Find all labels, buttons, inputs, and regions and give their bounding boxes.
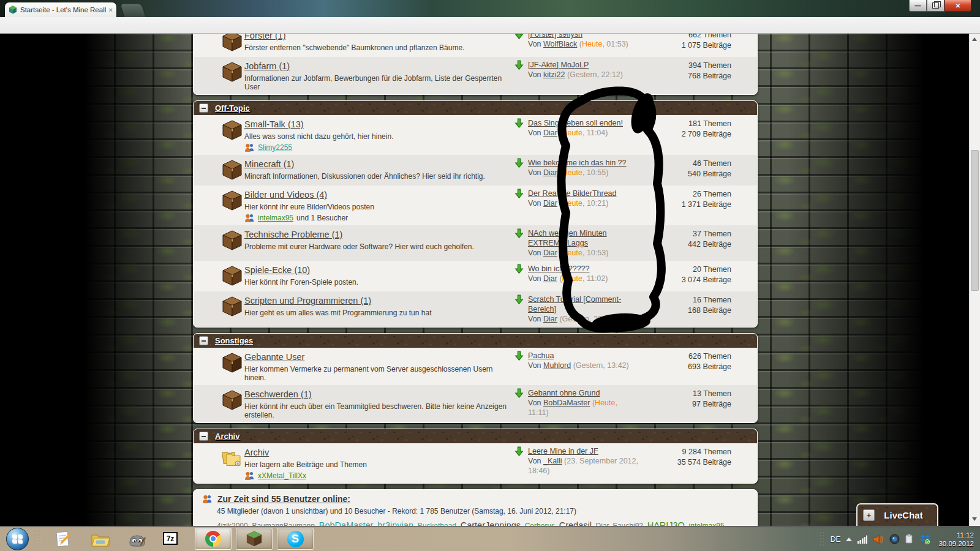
thread-link[interactable]: Das Singleleben soll enden!: [528, 119, 623, 127]
volume-icon[interactable]: [873, 534, 884, 544]
online-user-link[interactable]: Credasil: [559, 520, 592, 526]
user-link[interactable]: Diar: [543, 274, 557, 283]
thread-link[interactable]: Der RealLife BilderThread: [528, 189, 617, 198]
goto-last-post[interactable]: [514, 34, 524, 49]
last-post-by: Von Diar (Heute, 11:02): [528, 274, 638, 283]
themen-count: 626 Themen: [639, 351, 731, 362]
thread-link[interactable]: [JF-Akte] MoJoLP: [528, 61, 589, 69]
network-icon[interactable]: [858, 535, 867, 544]
forum-description: Informationen zur Jobfarm, Bewerbungen f…: [244, 74, 514, 91]
goto-last-post[interactable]: [514, 264, 524, 283]
window-restore-button[interactable]: [927, 0, 944, 12]
livechat-tab[interactable]: + LiveChat: [856, 503, 938, 526]
online-user-link[interactable]: HARIJ3O: [647, 520, 685, 526]
scrollbar-thumb[interactable]: [971, 150, 979, 291]
forum-link[interactable]: Small-Talk (13): [244, 119, 304, 129]
section-title[interactable]: Off-Topic: [215, 103, 250, 113]
forum-link[interactable]: Gebannte User: [244, 352, 304, 362]
section-title[interactable]: Sonstiges: [215, 336, 253, 345]
moderator-link[interactable]: xXMetal_TillXx: [258, 471, 306, 480]
window-minimize-button[interactable]: —: [909, 0, 927, 12]
dropbox-tray-icon[interactable]: [920, 534, 930, 544]
online-user-link[interactable]: 4izik2000: [217, 522, 248, 526]
browser-tab[interactable]: Startseite - Let's Mine Reall ×: [5, 2, 116, 17]
online-user-link[interactable]: intelmax95: [689, 522, 725, 526]
goto-last-post[interactable]: [514, 228, 524, 258]
thread-link[interactable]: [Förster] s9flysh: [528, 34, 582, 39]
explorer-folder-icon[interactable]: [91, 530, 110, 551]
forum-link[interactable]: Bilder und Videos (4): [244, 190, 327, 200]
taskbar-skype-button[interactable]: S: [277, 528, 314, 550]
webcam-tray-icon[interactable]: [889, 534, 900, 544]
taskbar-clock[interactable]: 11:12 30.09.2012: [938, 531, 974, 548]
language-indicator[interactable]: DE: [831, 535, 841, 544]
online-user-link[interactable]: BaumannBaumann: [252, 522, 315, 526]
forum-link[interactable]: Beschwerden (1): [244, 389, 312, 399]
user-link[interactable]: Diar: [543, 315, 557, 323]
user-link[interactable]: Diar: [543, 249, 557, 257]
goto-last-post[interactable]: [514, 158, 524, 178]
user-link[interactable]: WolfBlack: [543, 40, 577, 48]
thread-link[interactable]: Gebannt ohne Grund: [528, 389, 600, 397]
online-user-link[interactable]: BobDaMaster: [319, 520, 374, 526]
taskbar-grip[interactable]: [36, 531, 42, 547]
goto-last-post[interactable]: [514, 294, 524, 324]
window-close-button[interactable]: ✕: [944, 0, 971, 12]
goto-last-post[interactable]: [514, 60, 524, 80]
page-scrollbar[interactable]: [969, 34, 980, 526]
gimp-icon[interactable]: [127, 530, 147, 551]
section-title[interactable]: Archiv: [215, 432, 239, 441]
online-user-link[interactable]: Fauchi92: [613, 522, 643, 526]
user-link[interactable]: Diar: [543, 199, 557, 208]
beitraege-count: 3 074 Beiträge: [639, 275, 731, 285]
online-user-link[interactable]: br3inyjan: [377, 520, 413, 526]
scroll-down-icon[interactable]: [972, 517, 977, 521]
forum-link[interactable]: Minecraft (1): [244, 159, 294, 169]
online-user-link[interactable]: Buckethead: [418, 522, 456, 526]
forum-link[interactable]: Archiv: [244, 448, 269, 457]
tab-close-icon[interactable]: ×: [109, 6, 113, 13]
moderator-link[interactable]: Slimy2255: [258, 143, 292, 152]
forum-link[interactable]: Technische Probleme (1): [244, 230, 342, 239]
thread-link[interactable]: Wo bin ich:)?????: [528, 264, 590, 273]
thread-link[interactable]: Wie bekomme ich das hin ??: [528, 159, 627, 167]
goto-last-post[interactable]: [514, 118, 524, 138]
scroll-up-icon[interactable]: [972, 37, 977, 41]
tray-grip[interactable]: [819, 531, 825, 547]
moderator-link[interactable]: intelmax95: [258, 214, 293, 222]
collapse-button[interactable]: [199, 103, 208, 113]
online-user-link[interactable]: Cerberus: [525, 522, 555, 526]
new-tab-button[interactable]: [120, 4, 145, 17]
user-link[interactable]: BobDaMaster: [543, 399, 590, 407]
online-user-link[interactable]: CarterJennings: [461, 520, 521, 526]
goto-last-post[interactable]: [514, 189, 524, 208]
user-link[interactable]: kitzi22: [543, 70, 565, 79]
show-hidden-icons[interactable]: [846, 538, 852, 541]
taskbar-minecraft-button[interactable]: [236, 528, 273, 550]
forum-link[interactable]: Scripten und Programmieren (1): [244, 296, 371, 305]
goto-last-post[interactable]: [514, 388, 524, 418]
user-link[interactable]: Diar: [543, 168, 557, 177]
user-link[interactable]: Muhlord: [543, 361, 571, 370]
thread-link[interactable]: NAch wenigen Minuten EXTREME Laggs: [528, 229, 607, 247]
forum-link[interactable]: Förster (1): [244, 34, 286, 40]
forum-link[interactable]: Spiele-Ecke (10): [244, 265, 310, 275]
goto-last-post[interactable]: [514, 446, 524, 476]
forum-link[interactable]: Jobfarm (1): [244, 61, 290, 71]
online-user-link[interactable]: Diar: [596, 522, 609, 526]
thread-link[interactable]: Leere Mine in der JF: [528, 447, 598, 455]
thread-link[interactable]: Scratch Tutorial [Comment-Bereich]: [528, 295, 621, 313]
goto-last-post[interactable]: [514, 351, 524, 370]
thread-link[interactable]: Pachua: [528, 351, 554, 360]
online-heading-link[interactable]: Zur Zeit sind 55 Benutzer online:: [217, 494, 350, 504]
start-button[interactable]: [6, 528, 29, 550]
collapse-button[interactable]: [199, 432, 208, 441]
collapse-button[interactable]: [199, 336, 208, 345]
livechat-plus-button[interactable]: +: [863, 509, 875, 521]
notepad-shortcut-icon[interactable]: [54, 530, 72, 551]
user-link[interactable]: _Kalli: [543, 457, 562, 465]
user-link[interactable]: Diar: [543, 129, 557, 137]
sevenzip-icon[interactable]: 7z: [163, 532, 178, 545]
clipboard-tray-icon[interactable]: [905, 534, 914, 544]
taskbar-chrome-button[interactable]: [195, 528, 232, 550]
